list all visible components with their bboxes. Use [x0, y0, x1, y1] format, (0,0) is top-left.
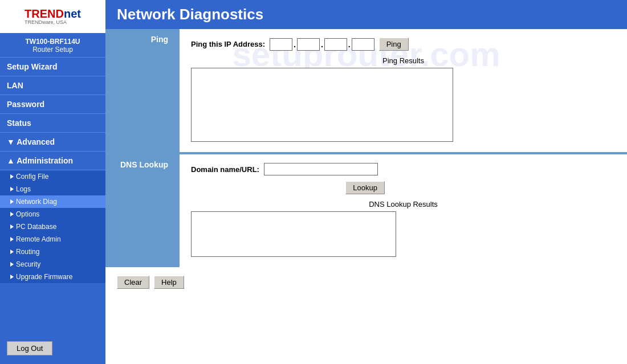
arrow-icon: [10, 224, 14, 229]
content-area: Network Diagnostics setuprouter.com Ping…: [105, 0, 627, 364]
dns-results-box[interactable]: [191, 211, 396, 257]
ping-section-label: Ping: [105, 29, 180, 152]
arrow-icon: [10, 187, 14, 191]
arrow-icon: [10, 212, 14, 216]
domain-label: Domain name/URL:: [191, 165, 259, 174]
arrow-icon: [10, 250, 14, 254]
sidebar-item-remote-admin[interactable]: Remote Admin: [0, 233, 105, 246]
ip-octet-3[interactable]: [324, 38, 347, 51]
sidebar-item-routing[interactable]: Routing: [0, 246, 105, 258]
sidebar-item-network-diag[interactable]: Network Diag: [0, 195, 105, 208]
clear-button[interactable]: Clear: [117, 276, 149, 289]
ping-button[interactable]: Ping: [379, 38, 409, 51]
sidebar-item-security[interactable]: Security: [0, 258, 105, 271]
sidebar-item-logs[interactable]: Logs: [0, 183, 105, 195]
ip-input-group: . . .: [270, 38, 374, 51]
sidebar-item-pc-database[interactable]: PC Database: [0, 220, 105, 233]
ping-results-box[interactable]: [191, 68, 453, 142]
sidebar-section-administration[interactable]: ▲ Administration: [0, 152, 105, 170]
arrow-icon: [10, 237, 14, 242]
logout-button[interactable]: Log Out: [7, 341, 52, 355]
ping-section-table: Ping Ping this IP Address: . .: [105, 29, 627, 152]
domain-input[interactable]: [264, 163, 378, 175]
arrow-icon: [10, 199, 14, 204]
sidebar-item-lan[interactable]: LAN: [0, 76, 105, 95]
sidebar-item-status[interactable]: Status: [0, 114, 105, 133]
logout-area: Log Out: [0, 333, 105, 364]
dns-section-table: DNS Lookup Domain name/URL: Lookup DNS L…: [105, 154, 627, 267]
device-info: TW100-BRF114U Router Setup: [0, 34, 105, 58]
help-button[interactable]: Help: [154, 276, 184, 289]
ping-ip-label: Ping this IP Address:: [191, 40, 265, 48]
ip-octet-2[interactable]: [297, 38, 320, 51]
ip-dot-1: .: [294, 40, 296, 49]
ip-dot-3: .: [348, 40, 351, 49]
ip-octet-1[interactable]: [270, 38, 292, 51]
sidebar-item-setup-wizard[interactable]: Setup Wizard: [0, 58, 105, 76]
ping-row: Ping this IP Address: . . .: [191, 38, 616, 51]
ip-dot-2: .: [321, 40, 323, 49]
logo-sub: TRENDware, USA: [25, 19, 81, 25]
sidebar-item-config-file[interactable]: Config File: [0, 170, 105, 183]
ip-octet-4[interactable]: [352, 38, 374, 51]
device-model: TW100-BRF114U: [2, 38, 103, 46]
arrow-icon: [10, 174, 14, 179]
device-label: Router Setup: [2, 46, 103, 54]
logo-net: net: [64, 7, 81, 20]
dns-row: Domain name/URL:: [191, 163, 616, 175]
page-header: Network Diagnostics: [105, 0, 627, 29]
sidebar-item-upgrade-firmware[interactable]: Upgrade Firmware: [0, 271, 105, 283]
form-content: Ping Ping this IP Address: . .: [105, 29, 627, 297]
sidebar-section-advanced[interactable]: ▼ Advanced: [0, 133, 105, 152]
lookup-button[interactable]: Lookup: [345, 181, 385, 194]
dns-section-content: Domain name/URL: Lookup DNS Lookup Resul…: [180, 154, 627, 267]
watermark-area: setuprouter.com Ping Ping this IP Addres…: [105, 29, 627, 297]
lookup-row: Lookup: [191, 181, 385, 194]
sidebar: TRENDnet TRENDware, USA TW100-BRF114U Ro…: [0, 0, 105, 364]
dns-results-label: DNS Lookup Results: [191, 200, 616, 208]
ping-results-label: Ping Results: [191, 56, 616, 65]
dns-section-label: DNS Lookup: [105, 154, 180, 267]
sidebar-item-password[interactable]: Password: [0, 95, 105, 114]
logo: TRENDnet: [25, 8, 81, 19]
arrow-icon: [10, 262, 14, 267]
sidebar-item-options[interactable]: Options: [0, 208, 105, 220]
bottom-buttons: Clear Help: [105, 267, 627, 297]
logo-area: TRENDnet TRENDware, USA: [0, 0, 105, 34]
logo-brand: TREND: [25, 7, 64, 20]
page-title: Network Diagnostics: [117, 6, 616, 23]
arrow-icon: [10, 275, 14, 279]
ping-section-content: Ping this IP Address: . . .: [180, 29, 627, 152]
